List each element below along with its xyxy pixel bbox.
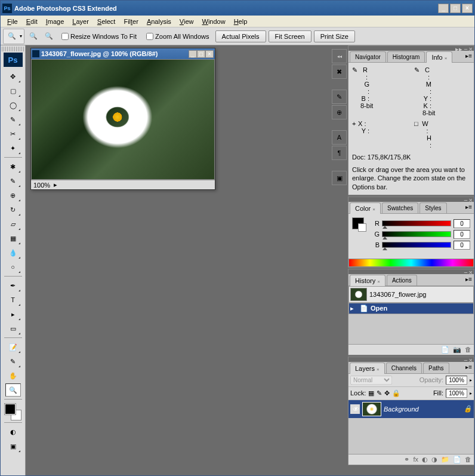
pen-tool[interactable]: ✒ [5,279,21,292]
opacity-flyout[interactable]: ▸ [470,377,472,383]
adjustment-layer-icon[interactable]: ◑ [431,456,437,463]
history-state-open[interactable]: ▸ 📄 Open [348,303,474,314]
menu-layer[interactable]: Layer [68,17,93,26]
doc-maximize[interactable]: □ [197,50,205,58]
brush-tool[interactable]: ✎ [5,174,21,188]
tab-layers[interactable]: Layers× [350,363,385,374]
history-snapshot[interactable]: 1343067_flower.jpg [348,286,474,303]
color-spectrum[interactable] [348,259,474,267]
blend-mode-select[interactable]: Normal [350,376,392,385]
document-canvas[interactable] [31,59,215,180]
tab-swatches[interactable]: Swatches [382,202,418,213]
zoom-tool-icon[interactable]: 🔍 [5,30,18,43]
maximize-button[interactable]: □ [450,4,461,13]
path-selection-tool[interactable]: ▸ [5,308,21,321]
tool-preset-dropdown[interactable]: ▾ [20,33,22,39]
lock-position-icon[interactable]: ✥ [384,389,390,397]
menu-help[interactable]: Help [230,17,252,26]
slice-tool[interactable]: ✦ [5,142,21,155]
minimize-button[interactable]: _ [438,4,449,13]
lock-all-icon[interactable]: 🔒 [392,389,400,397]
bg-swatch[interactable] [358,223,366,232]
menu-edit[interactable]: Edit [22,17,42,26]
tab-navigator[interactable]: Navigator [350,51,386,62]
healing-tool[interactable]: ✱ [5,160,21,173]
tab-channels[interactable]: Channels [386,363,422,373]
fill-value[interactable] [446,389,467,398]
green-value[interactable] [454,230,470,239]
trash-icon[interactable]: 🗑 [465,346,471,353]
red-value[interactable] [454,219,470,228]
menu-analysis[interactable]: Analysis [143,17,175,26]
red-slider[interactable] [382,220,451,226]
panel-menu-icon[interactable]: ▸≡ [465,204,472,210]
move-tool[interactable]: ✥ [5,70,21,83]
panel-menu-icon[interactable]: ▸≡ [465,53,472,59]
eraser-tool[interactable]: ▱ [5,217,21,231]
tab-color[interactable]: Color× [350,202,381,214]
layer-mask-icon[interactable]: ◐ [422,456,428,463]
tab-histogram[interactable]: Histogram [387,51,425,62]
dock-character[interactable]: A [332,130,347,145]
quick-mask-toggle[interactable]: ◐ [5,425,21,438]
tab-styles[interactable]: Styles [420,202,446,213]
menu-select[interactable]: Select [93,17,120,26]
crop-tool[interactable]: ✂ [5,127,21,140]
lock-pixels-icon[interactable]: ✎ [377,389,382,397]
dock-layer-comps[interactable]: ▣ [332,171,347,185]
foreground-color[interactable] [5,404,16,414]
blur-tool[interactable]: 💧 [5,246,21,259]
opacity-value[interactable] [446,376,467,385]
delete-layer-icon[interactable]: 🗑 [465,456,471,463]
actual-pixels-button[interactable]: Actual Pixels [215,30,266,42]
gradient-tool[interactable]: ▦ [5,232,21,245]
print-size-button[interactable]: Print Size [314,30,355,42]
group-icon[interactable]: 📁 [441,456,449,463]
doc-close[interactable]: × [205,50,214,58]
blue-slider[interactable] [382,242,451,248]
dock-tool-presets[interactable]: ✖ [332,65,347,79]
status-arrow[interactable]: ▸ [54,181,57,189]
fill-flyout[interactable]: ▸ [470,391,472,396]
zoom-tool[interactable]: 🔍 [5,383,21,397]
visibility-icon[interactable]: 👁 [350,404,360,414]
stamp-tool[interactable]: ⊕ [5,189,21,202]
panel-menu-icon[interactable]: ▸≡ [465,276,472,282]
blue-value[interactable] [454,241,470,250]
quick-selection-tool[interactable]: ✎ [5,113,21,126]
shape-tool[interactable]: ▭ [5,322,21,335]
panel-menu-icon[interactable]: ▸≡ [465,364,472,370]
history-brush-tool[interactable]: ↻ [5,203,21,216]
dock-paragraph[interactable]: ¶ [332,146,347,160]
layer-background[interactable]: 👁 Background 🔒 [348,400,474,418]
dock-brushes[interactable]: ✎ [332,90,347,104]
link-layers-icon[interactable]: ⚭ [404,456,409,463]
color-swatch[interactable] [5,404,21,420]
marquee-tool[interactable]: ▢ [5,84,21,97]
toolbox-handle[interactable] [2,47,24,51]
menu-window[interactable]: Window [198,17,230,26]
zoom-in-icon[interactable]: 🔍 [27,30,40,43]
menu-image[interactable]: Image [42,17,69,26]
eyedropper-tool[interactable]: ✎ [5,355,21,368]
close-button[interactable]: × [462,4,473,13]
dodge-tool[interactable]: ○ [5,260,21,274]
notes-tool[interactable]: 📝 [5,340,21,354]
zoom-level[interactable]: 100% [33,182,50,189]
fit-screen-button[interactable]: Fit Screen [269,30,311,42]
tab-info[interactable]: Info× [426,51,452,63]
screen-mode-toggle[interactable]: ▣ [5,440,21,453]
dock-clone-source[interactable]: ⊕ [332,105,347,119]
snapshot-icon[interactable]: 📷 [453,346,461,354]
zoom-all-checkbox[interactable] [146,33,153,40]
hand-tool[interactable]: ✋ [5,369,21,382]
resize-windows-checkbox[interactable] [61,33,69,40]
document-titlebar[interactable]: 1343067_flower.jpg @ 100% (RGB/8#) _ □ × [31,48,215,59]
tab-paths[interactable]: Paths [423,363,449,373]
create-doc-icon[interactable]: 📄 [441,346,449,354]
lasso-tool[interactable]: ◯ [5,99,21,112]
layer-style-icon[interactable]: fx [413,456,418,463]
lock-transparency-icon[interactable]: ▦ [368,389,374,397]
menu-filter[interactable]: Filter [119,17,142,26]
tab-history[interactable]: History× [350,275,385,286]
